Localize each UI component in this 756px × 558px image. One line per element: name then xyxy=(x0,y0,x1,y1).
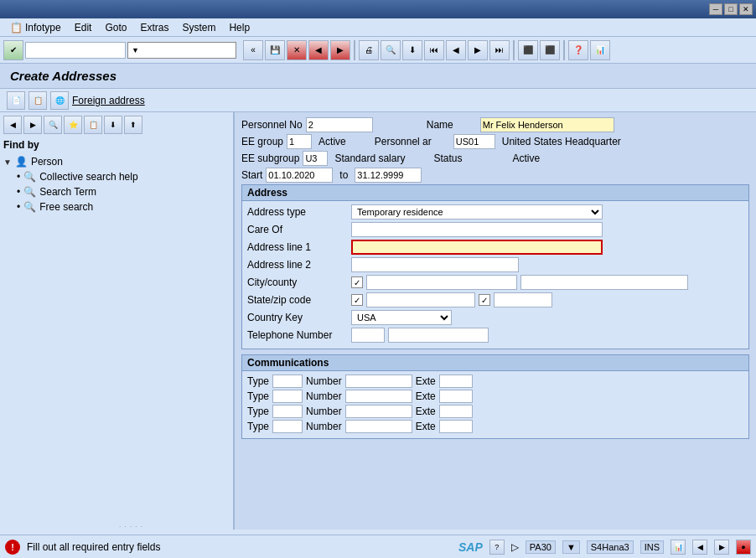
address-type-select[interactable]: Temporary residence xyxy=(351,204,603,220)
find-button[interactable]: 🔍 xyxy=(381,40,401,60)
collective-search-node[interactable]: • 🔍 Collective search help xyxy=(3,169,230,184)
state-input[interactable] xyxy=(366,292,475,307)
next-button[interactable]: ▶ xyxy=(468,40,488,60)
first-button[interactable]: ⏮ xyxy=(424,40,444,60)
toolbar-divider3 xyxy=(563,40,565,60)
type-input-2[interactable] xyxy=(272,390,303,403)
menu-item-edit[interactable]: Edit xyxy=(68,20,99,35)
menu-item-help[interactable]: Help xyxy=(222,20,256,35)
collective-search-label: Collective search help xyxy=(39,171,137,183)
save-button[interactable]: 💾 xyxy=(265,40,285,60)
ee-subgroup-label: EE subgroup xyxy=(241,152,299,164)
tree-root: ▼ 👤 Person • 🔍 Collective search help • … xyxy=(3,152,230,216)
bullet-icon: • xyxy=(17,171,20,183)
country-select[interactable]: USA xyxy=(351,310,452,325)
command-dropdown[interactable]: ▼ xyxy=(127,42,236,59)
personnel-no-input[interactable] xyxy=(306,117,373,132)
help-button[interactable]: ❓ xyxy=(568,40,588,60)
red-icon-button[interactable]: ● xyxy=(736,540,751,555)
state-checkbox[interactable]: ✓ xyxy=(351,294,363,306)
find-next-button[interactable]: ⬇ xyxy=(402,40,422,60)
number-input-1[interactable] xyxy=(345,375,412,388)
type-label-3: Type xyxy=(247,406,269,417)
end-date-input[interactable] xyxy=(355,168,422,183)
address-section: Address Address type Temporary residence… xyxy=(241,184,749,349)
search-term-node[interactable]: • 🔍 Search Term xyxy=(3,184,230,199)
layout2-button[interactable]: ⬛ xyxy=(540,40,560,60)
last-button[interactable]: ⏭ xyxy=(489,40,510,60)
care-of-input[interactable] xyxy=(351,222,603,237)
menu-item-infotype[interactable]: 📋 Infotype xyxy=(3,20,68,35)
address-line2-row: Address line 2 xyxy=(247,257,743,272)
chart-icon-button[interactable]: 📊 xyxy=(671,540,686,555)
nav-star[interactable]: ⭐ xyxy=(64,116,82,134)
tel-prefix-input[interactable] xyxy=(351,328,385,343)
number-input-4[interactable] xyxy=(345,420,412,433)
new-button[interactable]: 📄 xyxy=(7,91,25,110)
menu-item-goto[interactable]: Goto xyxy=(98,20,133,35)
status-help-button[interactable]: ? xyxy=(489,540,505,555)
right-icon-button[interactable]: ▶ xyxy=(714,540,729,555)
star-button[interactable]: 🌐 xyxy=(50,91,69,110)
right-panel: Personnel No Name EE group Active Person… xyxy=(235,112,756,530)
prev-button[interactable]: ◀ xyxy=(446,40,466,60)
nav-list[interactable]: 📋 xyxy=(84,116,102,134)
close-button[interactable]: ✕ xyxy=(739,3,753,15)
menu-item-system[interactable]: System xyxy=(175,20,222,35)
foreign-address-link[interactable]: Foreign address xyxy=(72,95,145,106)
address-line1-input[interactable] xyxy=(351,240,603,255)
county-input[interactable] xyxy=(520,275,688,290)
ee-subgroup-input[interactable] xyxy=(303,151,328,166)
nav-search[interactable]: 🔍 xyxy=(44,116,62,134)
type-input-1[interactable] xyxy=(272,375,303,388)
city-row: City/county ✓ xyxy=(247,275,743,290)
zip-input[interactable] xyxy=(494,292,552,307)
ext-label-2: Exte xyxy=(416,390,436,402)
nav-forward[interactable]: ▶ xyxy=(23,116,42,134)
tel-number-input[interactable] xyxy=(388,328,489,343)
resize-handle[interactable]: · · · · · xyxy=(117,519,145,530)
back-button[interactable]: ◀ xyxy=(308,40,329,60)
nav-down[interactable]: ⬇ xyxy=(104,116,122,134)
communications-section: Communications Type Number Exte Type Num… xyxy=(241,354,749,439)
address-line2-input[interactable] xyxy=(351,257,519,272)
start-date-input[interactable] xyxy=(266,168,333,183)
ee-group-input[interactable] xyxy=(287,134,312,149)
nav-up[interactable]: ⬆ xyxy=(124,116,142,134)
command-input[interactable] xyxy=(25,42,126,59)
minimize-button[interactable]: ─ xyxy=(709,3,722,15)
name-input[interactable] xyxy=(480,117,614,132)
communications-content: Type Number Exte Type Number Exte xyxy=(242,371,748,438)
forward-button[interactable]: ▶ xyxy=(330,40,350,60)
nav-back[interactable]: ◀ xyxy=(3,116,22,134)
layout1-button[interactable]: ⬛ xyxy=(518,40,538,60)
confirm-button[interactable]: ✔ xyxy=(3,40,23,60)
cancel-button[interactable]: ✕ xyxy=(287,40,307,60)
menu-item-extras[interactable]: Extras xyxy=(133,20,175,35)
zip-checkbox[interactable]: ✓ xyxy=(479,294,490,306)
ext-input-4[interactable] xyxy=(439,420,473,433)
left-panel: ◀ ▶ 🔍 ⭐ 📋 ⬇ ⬆ Find by ▼ 👤 Person • 🔍 Col… xyxy=(0,112,235,530)
back-nav-button[interactable]: « xyxy=(243,40,263,60)
left-icon-button[interactable]: ◀ xyxy=(692,540,707,555)
personnel-area-input[interactable] xyxy=(453,134,495,149)
sap-logo: SAP xyxy=(458,540,483,554)
server-badge: S4Hana3 xyxy=(587,540,634,554)
dropdown-arrow-badge[interactable]: ▼ xyxy=(562,540,580,554)
type-input-4[interactable] xyxy=(272,420,303,433)
maximize-button[interactable]: □ xyxy=(724,3,738,15)
copy-button[interactable]: 📋 xyxy=(28,91,47,110)
print-button[interactable]: 🖨 xyxy=(359,40,379,60)
status-bar: ! Fill out all required entry fields SAP… xyxy=(0,535,756,558)
ext-input-3[interactable] xyxy=(439,405,473,418)
ext-input-2[interactable] xyxy=(439,390,473,403)
type-input-3[interactable] xyxy=(272,405,303,418)
number-input-3[interactable] xyxy=(345,405,412,418)
city-input[interactable] xyxy=(366,275,517,290)
number-input-2[interactable] xyxy=(345,390,412,403)
ext-input-1[interactable] xyxy=(439,375,473,388)
free-search-node[interactable]: • 🔍 Free search xyxy=(3,199,230,214)
city-checkbox[interactable]: ✓ xyxy=(351,276,363,288)
person-node[interactable]: ▼ 👤 Person xyxy=(3,154,230,169)
customize-button[interactable]: 📊 xyxy=(590,40,610,60)
